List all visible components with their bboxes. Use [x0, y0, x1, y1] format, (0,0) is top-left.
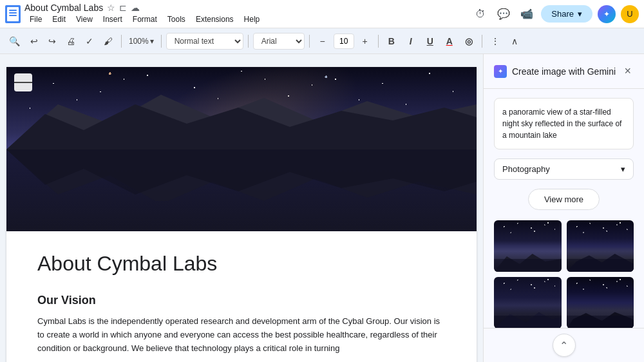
paint-format-button[interactable]: 🖌 [100, 33, 117, 49]
menu-format[interactable]: Format [128, 14, 162, 25]
doc-title-row: About Cymbal Labs ☆ ⊏ ☁ [24, 3, 468, 13]
gemini-panel: ✦ Create image with Gemini × a panoramic… [483, 54, 644, 362]
menu-tools[interactable]: Tools [162, 14, 191, 25]
menu-view[interactable]: View [71, 14, 98, 25]
document-area: About Cymbal Labs Our Vision Cymbal Labs… [0, 54, 483, 362]
formatting-toolbar: 🔍 ↩ ↪ 🖨 ✓ 🖌 100% ▾ Normal text Arial − +… [0, 28, 644, 54]
gemini-title: ✦ Create image with Gemini [494, 65, 616, 78]
generated-image-2[interactable] [567, 220, 634, 272]
top-bar: About Cymbal Labs ☆ ⊏ ☁ File Edit View I… [0, 0, 644, 28]
view-more-button[interactable]: View more [528, 189, 600, 210]
doc-icon-line [9, 12, 17, 14]
section-title-vision: Our Vision [37, 294, 446, 307]
reflection-overlay-2 [567, 259, 634, 272]
folder-icon[interactable]: ⊏ [119, 3, 127, 13]
font-selector[interactable]: Arial [253, 33, 305, 50]
gemini-footer: ⌃ [484, 328, 644, 362]
stars-overlay-2 [567, 220, 634, 251]
scroll-to-top-button[interactable]: ⌃ [553, 334, 576, 357]
font-size-input[interactable] [334, 33, 354, 49]
mountains-layer [6, 85, 477, 149]
document-page: About Cymbal Labs Our Vision Cymbal Labs… [6, 67, 477, 362]
more-options-button[interactable]: ⋮ [487, 33, 504, 50]
zoom-arrow: ▾ [150, 37, 154, 46]
main-content: About Cymbal Labs Our Vision Cymbal Labs… [0, 54, 644, 362]
gemini-sparkle-icon: ✦ [498, 68, 503, 75]
gemini-panel-title: Create image with Gemini [512, 66, 616, 77]
zoom-selector[interactable]: 100% ▾ [126, 35, 156, 47]
style-dropdown-label: Photography [502, 164, 550, 174]
header-image [6, 67, 477, 231]
gemini-body: a panoramic view of a star-filled night … [484, 89, 644, 328]
page-menu-toggle[interactable] [14, 73, 32, 91]
doc-icon-line [9, 10, 17, 11]
menu-bar: File Edit View Insert Format Tools Exten… [24, 14, 468, 25]
avatar[interactable]: U [621, 5, 639, 23]
separator-6 [482, 35, 482, 48]
prompt-text-box[interactable]: a panoramic view of a star-filled night … [494, 98, 634, 149]
menu-edit[interactable]: Edit [47, 14, 71, 25]
menu-extensions[interactable]: Extensions [191, 14, 239, 25]
search-button[interactable]: 🔍 [5, 33, 24, 49]
redo-button[interactable]: ↪ [44, 33, 60, 49]
separator-2 [161, 35, 162, 48]
share-label: Share [551, 9, 574, 19]
zoom-value: 100% [129, 37, 149, 46]
hamburger-line [26, 82, 32, 83]
highlight-button[interactable]: ◎ [460, 33, 477, 50]
stars-overlay-3 [494, 277, 562, 308]
menu-help[interactable]: Help [239, 14, 265, 25]
title-area: About Cymbal Labs ☆ ⊏ ☁ File Edit View I… [24, 3, 468, 25]
gemini-header: ✦ Create image with Gemini × [484, 54, 644, 89]
history-button[interactable]: ⏱ [471, 5, 489, 23]
toolbar-right: ⏱ 💬 📹 Share ▾ ✦ U [471, 5, 639, 23]
generated-image-1[interactable] [494, 220, 562, 272]
collapse-toolbar-button[interactable]: ∧ [506, 33, 523, 50]
separator-5 [378, 35, 379, 48]
gemini-button[interactable]: ✦ [598, 5, 616, 23]
print-button[interactable]: 🖨 [62, 33, 79, 49]
chat-button[interactable]: 💬 [495, 5, 513, 23]
star-icon[interactable]: ☆ [107, 3, 115, 13]
increase-font-button[interactable]: + [357, 33, 374, 50]
decrease-font-button[interactable]: − [314, 33, 331, 50]
doc-title: About Cymbal Labs [24, 3, 103, 13]
cloud-icon[interactable]: ☁ [131, 3, 140, 13]
image-grid [494, 220, 634, 328]
reflection-mountains [6, 149, 477, 199]
document-body: About Cymbal Labs Our Vision Cymbal Labs… [6, 231, 477, 362]
stars-overlay-4 [567, 277, 634, 308]
hamburger-line [14, 82, 20, 83]
undo-button[interactable]: ↩ [26, 33, 42, 49]
hamburger-line [20, 82, 26, 83]
doc-app-icon [5, 5, 21, 23]
style-dropdown[interactable]: Photography ▾ [494, 158, 634, 180]
body-text: Cymbal Labs is the independently operate… [37, 315, 446, 355]
document-heading: About Cymbal Labs [37, 252, 446, 276]
separator-3 [248, 35, 249, 48]
video-button[interactable]: 📹 [518, 5, 536, 23]
separator-4 [309, 35, 310, 48]
text-color-button[interactable]: A [441, 33, 458, 50]
mountains-svg [6, 85, 477, 149]
reflection-svg [6, 149, 477, 201]
doc-icon-lines [9, 10, 17, 16]
gemini-icon: ✦ [603, 10, 610, 19]
style-dropdown-arrow: ▾ [621, 164, 625, 174]
scroll-top-icon: ⌃ [560, 339, 568, 352]
italic-button[interactable]: I [402, 33, 419, 50]
separator-1 [121, 35, 122, 48]
reflection-overlay-3 [494, 316, 562, 328]
bold-button[interactable]: B [383, 33, 400, 50]
generated-image-4[interactable] [567, 277, 634, 328]
share-button[interactable]: Share ▾ [541, 5, 592, 23]
style-selector[interactable]: Normal text [166, 33, 243, 50]
generated-image-3[interactable] [494, 277, 562, 328]
menu-file[interactable]: File [24, 14, 47, 25]
underline-button[interactable]: U [422, 33, 439, 50]
spell-check-button[interactable]: ✓ [82, 33, 97, 49]
share-dropdown-icon: ▾ [578, 9, 582, 19]
menu-insert[interactable]: Insert [98, 14, 128, 25]
close-gemini-button[interactable]: × [621, 63, 634, 79]
water-reflection [6, 149, 477, 232]
